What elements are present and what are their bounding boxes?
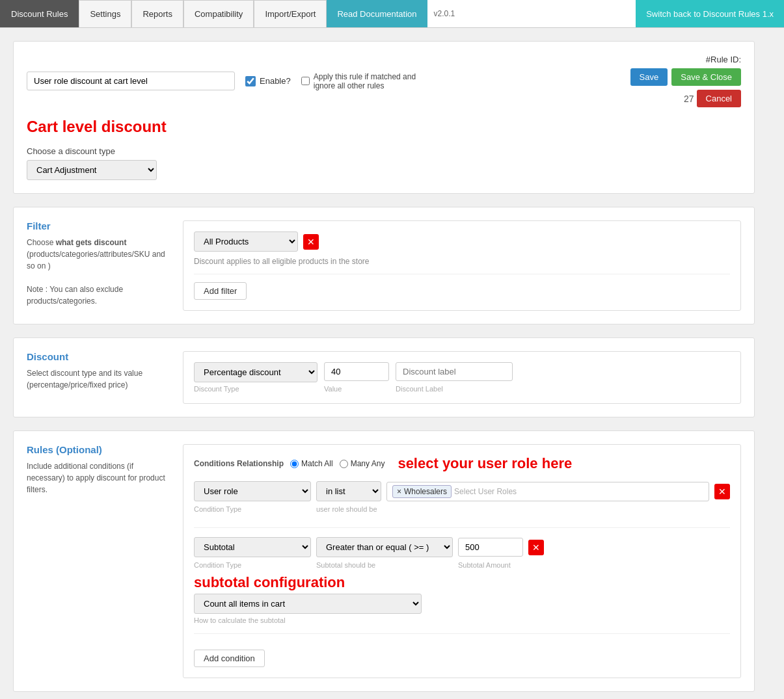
role-placeholder: Select User Roles [454, 487, 517, 496]
rules-section-left: Rules (Optional) Include additional cond… [27, 444, 170, 678]
tab-compatibility[interactable]: Compatibility [183, 0, 254, 27]
discount-card: Discount Select discount type and its va… [13, 337, 755, 417]
rules-card: Rules (Optional) Include additional cond… [13, 430, 755, 692]
filter-description: Discount applies to all eligible product… [194, 257, 730, 274]
discount-value-input[interactable] [324, 362, 389, 381]
rule-id-value: 27 [684, 94, 694, 104]
save-button[interactable]: Save [630, 68, 668, 86]
rules-section-desc: Include additional conditions (if necess… [27, 460, 170, 495]
version-label: v2.0.1 [427, 9, 462, 18]
condition-row-2: User role Subtotal Date Day of week Grea… [194, 537, 730, 557]
discount-type-label: Choose a discount type [27, 146, 741, 156]
filter-row: All Products Specific Products Product C… [194, 231, 730, 252]
condition-divider [194, 527, 730, 528]
enable-checkbox[interactable] [245, 76, 256, 86]
condition-1-value-label: user role should be [316, 505, 377, 513]
filter-card: Filter Choose what gets discount (produc… [13, 207, 755, 324]
tab-import-export[interactable]: Import/Export [254, 0, 327, 27]
discount-section-left: Discount Select discount type and its va… [27, 351, 170, 404]
main-content: Enable? Apply this rule if matched and i… [0, 28, 768, 699]
add-filter-button[interactable]: Add filter [194, 282, 247, 300]
select-role-hint: select your user role here [398, 455, 572, 472]
enable-label: Enable? [260, 76, 291, 86]
condition-2-amount-label: Subtotal Amount [458, 561, 523, 569]
apply-rule-label: Apply this rule if matched and ignore al… [314, 72, 431, 90]
discount-field-labels: Discount Type Value Discount Label [194, 385, 730, 393]
filter-section-desc: Choose what gets discount (products/cate… [27, 237, 170, 307]
rule-id-line: #Rule ID: [706, 55, 741, 64]
save-buttons-row: Save Save & Close [630, 68, 741, 86]
condition-2-operator-select[interactable]: Greater than or equal ( >= ) Less than o… [316, 537, 453, 557]
condition-2-type-select[interactable]: User role Subtotal Date Day of week [194, 537, 311, 557]
title-row: Enable? Apply this rule if matched and i… [27, 55, 741, 107]
filter-section-right: All Products Specific Products Product C… [183, 220, 741, 311]
switch-back-button[interactable]: Switch back to Discount Rules 1.x [636, 0, 784, 27]
discount-section-row: Discount Select discount type and its va… [27, 351, 741, 404]
subtotal-calc-field-label: How to calculate the subtotal [194, 616, 730, 624]
wholesalers-tag: × Wholesalers [392, 485, 452, 498]
rules-bottom-divider [194, 633, 730, 634]
rules-section-right: Conditions Relationship Match All Many A… [183, 444, 741, 678]
discount-label-field-label: Discount Label [396, 385, 513, 393]
discount-type-row: Choose a discount type Cart Adjustment P… [27, 146, 741, 180]
tab-read-documentation[interactable]: Read Documentation [327, 0, 427, 27]
filter-section-title: Filter [27, 220, 170, 231]
subtotal-config-label: subtotal configuration [194, 574, 730, 591]
discount-type-dropdown[interactable]: Percentage discount Fixed discount Fixed… [194, 362, 318, 382]
enable-area: Enable? [245, 76, 291, 86]
tab-discount-rules[interactable]: Discount Rules [0, 0, 79, 27]
discount-section-desc: Select discount type and its value (perc… [27, 367, 170, 391]
condition-1-type-select[interactable]: User role Subtotal Date Day of week [194, 481, 311, 501]
condition-2-remove-button[interactable]: ✕ [528, 540, 544, 555]
condition-2-labels: Condition Type Subtotal should be Subtot… [194, 561, 730, 569]
rule-id-label: #Rule ID: [706, 55, 741, 64]
tab-reports[interactable]: Reports [131, 0, 183, 27]
discount-type-select[interactable]: Cart Adjustment Product Discount Buy X G… [27, 160, 157, 180]
condition-2-type-label: Condition Type [194, 561, 311, 569]
condition-1-value-tags: × Wholesalers Select User Roles [386, 482, 709, 501]
condition-1-labels: Condition Type user role should be [194, 505, 730, 518]
discount-type-field-label: Discount Type [194, 385, 318, 393]
tag-x[interactable]: × [397, 487, 401, 496]
rules-section-row: Rules (Optional) Include additional cond… [27, 444, 741, 678]
top-nav: Discount Rules Settings Reports Compatib… [0, 0, 784, 28]
filter-section-row: Filter Choose what gets discount (produc… [27, 220, 741, 311]
conditions-rel-label: Conditions Relationship [194, 459, 284, 468]
apply-rule-area: Apply this rule if matched and ignore al… [301, 72, 431, 90]
many-any-radio[interactable] [340, 460, 348, 468]
rules-section-title: Rules (Optional) [27, 444, 170, 455]
add-condition-button[interactable]: Add condition [194, 650, 265, 667]
match-all-radio-label[interactable]: Match All [290, 459, 333, 468]
subtotal-calc-select[interactable]: Count all items in cart Count unique ite… [194, 594, 422, 614]
rule-id-area: #Rule ID: Save Save & Close 27 Cancel [630, 55, 741, 107]
match-all-label: Match All [301, 459, 333, 468]
filter-select[interactable]: All Products Specific Products Product C… [194, 231, 298, 252]
discount-section-title: Discount [27, 351, 170, 362]
condition-row-1: User role Subtotal Date Day of week in l… [194, 481, 730, 501]
discount-inputs: Percentage discount Fixed discount Fixed… [194, 362, 730, 382]
many-any-radio-label[interactable]: Many Any [340, 459, 385, 468]
tab-settings[interactable]: Settings [79, 0, 131, 27]
discount-section-right: Percentage discount Fixed discount Fixed… [183, 351, 741, 404]
condition-1-remove-button[interactable]: ✕ [714, 484, 730, 499]
filter-remove-button[interactable]: ✕ [303, 234, 319, 250]
subtotal-amount-input[interactable] [458, 538, 523, 557]
save-close-button[interactable]: Save & Close [671, 68, 741, 86]
cart-level-label: Cart level discount [27, 118, 741, 136]
condition-2-operator-label: Subtotal should be [316, 561, 453, 569]
condition-1-operator-select[interactable]: in list not in list [316, 481, 381, 501]
many-any-label: Many Any [351, 459, 385, 468]
tag-label: Wholesalers [404, 487, 447, 496]
discount-value-field-label: Value [324, 385, 389, 393]
discount-label-input[interactable] [396, 362, 513, 381]
rule-title-input[interactable] [27, 72, 235, 90]
filter-section-left: Filter Choose what gets discount (produc… [27, 220, 170, 311]
conditions-relationship-row: Conditions Relationship Match All Many A… [194, 455, 730, 472]
match-all-radio[interactable] [290, 460, 299, 468]
apply-rule-checkbox[interactable] [301, 77, 310, 85]
cancel-button[interactable]: Cancel [697, 90, 741, 107]
rule-header-card: Enable? Apply this rule if matched and i… [13, 41, 755, 194]
condition-1-type-label: Condition Type [194, 505, 311, 513]
